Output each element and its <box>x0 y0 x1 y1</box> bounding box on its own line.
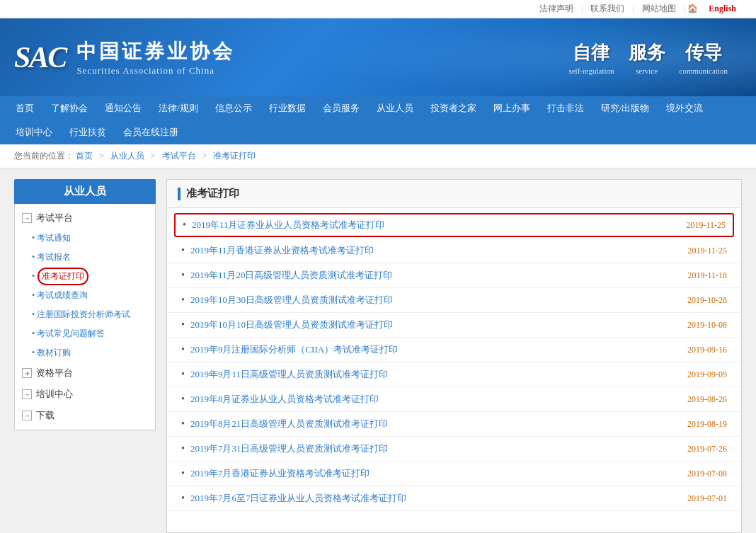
sidebar-item-exam-notice[interactable]: 考试通知 <box>15 229 155 248</box>
nav-link[interactable]: 投资者之家 <box>422 96 485 120</box>
sidebar-section-exam-platform[interactable]: － 考试平台 <box>15 207 155 229</box>
nav-item[interactable]: 会员服务 <box>314 96 368 120</box>
list-item-date: 2019-08-26 <box>687 394 727 405</box>
section-label-exam: 考试平台 <box>36 212 73 224</box>
sidebar-item-ciia[interactable]: 注册国际投资分析师考试 <box>15 305 155 324</box>
nav-link[interactable]: 会员服务 <box>314 96 368 120</box>
nav-item[interactable]: 了解协会 <box>42 96 96 120</box>
nav-item[interactable]: 首页 <box>7 96 42 120</box>
list-item-link[interactable]: 2019年11月证券业从业人员资格考试准考证打印 <box>192 219 385 231</box>
list-item-link[interactable]: 2019年9月11日高级管理人员资质测试准考证打印 <box>190 368 388 381</box>
list-item-link[interactable]: 2019年11月香港证券从业资格考试准考证打印 <box>190 244 374 257</box>
nav-link[interactable]: 信息公示 <box>207 96 260 120</box>
list-item-text[interactable]: 2019年9月注册国际分析师（CIIA）考试准考证打印 <box>181 343 398 356</box>
contact-link[interactable]: 联系我们 <box>590 4 624 13</box>
nav-item[interactable]: 会员在线注册 <box>115 120 187 144</box>
nav-item[interactable]: 法律/规则 <box>150 96 207 120</box>
org-name-en: Securities Association of China <box>76 65 235 76</box>
list-item-link[interactable]: 2019年8月证券业从业人员资格考试准考证打印 <box>190 393 379 406</box>
top-bar: 法律声明 | 联系我们 | 网站地图 | 🏠 English <box>0 0 756 18</box>
nav-link[interactable]: 研究/出版物 <box>592 96 658 120</box>
nav-link[interactable]: 打击非法 <box>539 96 592 120</box>
list-item-text[interactable]: 2019年11月证券业从业人员资格考试准考证打印 <box>183 219 384 231</box>
sidebar-item-faq[interactable]: 考试常见问题解答 <box>15 324 155 343</box>
slogan-cn-2: 服务 <box>629 40 665 65</box>
list-item-link[interactable]: 2019年8月21日高级管理人员资质测试准考证打印 <box>190 418 389 430</box>
breadcrumb-item-0[interactable]: 首页 <box>76 151 93 161</box>
separator-2: | <box>632 4 636 13</box>
list-area: 2019年11月证券业从业人员资格考试准考证打印2019-11-252019年1… <box>167 208 741 515</box>
nav-link[interactable]: 境外交流 <box>658 96 711 120</box>
nav-item[interactable]: 研究/出版物 <box>592 96 658 120</box>
list-item-link[interactable]: 2019年10月10日高级管理人员资质测试准考证打印 <box>190 319 393 331</box>
list-item-text[interactable]: 2019年11月20日高级管理人员资质测试准考证打印 <box>181 269 392 282</box>
slogan-en-3: communication <box>680 67 728 75</box>
nav-item[interactable]: 通知公告 <box>96 96 150 120</box>
list-item-link[interactable]: 2019年7月6至7日证券业从业人员资格考试准考证打印 <box>190 492 407 505</box>
list-row: 2019年11月证券业从业人员资格考试准考证打印2019-11-25 <box>174 213 734 237</box>
nav-item[interactable]: 境外交流 <box>658 96 711 120</box>
separator-1: | <box>581 4 585 13</box>
nav-item[interactable]: 行业扶贫 <box>61 120 115 144</box>
nav-item[interactable]: 投资者之家 <box>422 96 485 120</box>
list-item-text[interactable]: 2019年11月香港证券从业资格考试准考证打印 <box>181 244 374 257</box>
list-item-date: 2019-09-16 <box>687 345 727 355</box>
org-name-cn: 中国证券业协会 <box>76 38 235 65</box>
list-item-text[interactable]: 2019年10月30日高级管理人员资质测试准考证打印 <box>181 294 393 306</box>
list-item-link[interactable]: 2019年10月30日高级管理人员资质测试准考证打印 <box>190 294 393 306</box>
nav-item[interactable]: 从业人员 <box>368 96 422 120</box>
sidebar-item-exam-register[interactable]: 考试报名 <box>15 248 155 267</box>
sidebar-item-admit-card[interactable]: • 准考证打印 <box>15 267 155 286</box>
nav-link[interactable]: 网上办事 <box>485 96 539 120</box>
nav-link[interactable]: 会员在线注册 <box>115 120 187 144</box>
section-label-training: 培训中心 <box>36 388 73 401</box>
list-item-link[interactable]: 2019年7月香港证券从业资格考试准考证打印 <box>190 467 370 480</box>
list-row: 2019年10月10日高级管理人员资质测试准考证打印2019-10-08 <box>167 313 741 338</box>
list-item-date: 2019-10-28 <box>687 295 727 306</box>
sitemap-link[interactable]: 网站地图 <box>642 4 676 13</box>
list-item-link[interactable]: 2019年9月注册国际分析师（CIIA）考试准考证打印 <box>190 343 398 356</box>
nav-item[interactable]: 网上办事 <box>485 96 539 120</box>
list-item-text[interactable]: 2019年8月21日高级管理人员资质测试准考证打印 <box>181 418 388 430</box>
nav-link[interactable]: 行业扶贫 <box>61 120 115 144</box>
sac-logo: SAC <box>14 40 66 74</box>
nav-link[interactable]: 通知公告 <box>96 96 150 120</box>
list-item-date: 2019-08-19 <box>687 419 727 430</box>
sidebar-item-textbook[interactable]: 教材订购 <box>15 343 155 362</box>
breadcrumb-item-3[interactable]: 准考证打印 <box>213 151 256 161</box>
english-link[interactable]: English <box>709 4 736 13</box>
nav-link[interactable]: 法律/规则 <box>150 96 207 120</box>
list-row: 2019年8月证券业从业人员资格考试准考证打印2019-08-26 <box>167 387 741 412</box>
list-row: 2019年11月香港证券从业资格考试准考证打印2019-11-25 <box>167 239 741 263</box>
nav-item[interactable]: 打击非法 <box>539 96 592 120</box>
list-item-link[interactable]: 2019年7月31日高级管理人员资质测试准考证打印 <box>190 442 389 455</box>
breadcrumb-item-1[interactable]: 从业人员 <box>110 151 144 161</box>
main-nav: 首页了解协会通知公告法律/规则信息公示行业数据会员服务从业人员投资者之家网上办事… <box>0 96 756 144</box>
list-item-text[interactable]: 2019年9月11日高级管理人员资质测试准考证打印 <box>181 368 388 381</box>
nav-item[interactable]: 培训中心 <box>7 120 61 144</box>
sidebar-item-score-query[interactable]: 考试成绩查询 <box>15 286 155 305</box>
list-item-text[interactable]: 2019年7月6至7日证券业从业人员资格考试准考证打印 <box>181 492 406 505</box>
sidebar-section-download[interactable]: － 下载 <box>15 405 155 426</box>
list-row: 2019年7月香港证券从业资格考试准考证打印2019-07-08 <box>167 462 741 486</box>
list-item-text[interactable]: 2019年7月香港证券从业资格考试准考证打印 <box>181 467 370 480</box>
legal-notice-link[interactable]: 法律声明 <box>539 4 573 13</box>
nav-link[interactable]: 从业人员 <box>368 96 422 120</box>
list-item-text[interactable]: 2019年7月31日高级管理人员资质测试准考证打印 <box>181 442 388 455</box>
nav-link[interactable]: 首页 <box>7 96 42 120</box>
list-item-text[interactable]: 2019年10月10日高级管理人员资质测试准考证打印 <box>181 319 393 331</box>
list-item-link[interactable]: 2019年11月20日高级管理人员资质测试准考证打印 <box>190 269 393 282</box>
sidebar-section-qualification[interactable]: ＋ 资格平台 <box>15 362 155 384</box>
slogan-cn-3: 传导 <box>680 40 728 65</box>
breadcrumb-item-2[interactable]: 考试平台 <box>162 151 196 161</box>
list-item-date: 2019-11-25 <box>687 246 727 256</box>
list-item-date: 2019-11-18 <box>687 270 727 281</box>
nav-link[interactable]: 培训中心 <box>7 120 61 144</box>
list-item-text[interactable]: 2019年8月证券业从业人员资格考试准考证打印 <box>181 393 379 406</box>
logo-area: SAC 中国证券业协会 Securities Association of Ch… <box>14 38 235 76</box>
nav-item[interactable]: 信息公示 <box>207 96 260 120</box>
nav-link[interactable]: 了解协会 <box>42 96 96 120</box>
sidebar-section-training[interactable]: － 培训中心 <box>15 384 155 405</box>
nav-link[interactable]: 行业数据 <box>260 96 314 120</box>
nav-item[interactable]: 行业数据 <box>260 96 314 120</box>
